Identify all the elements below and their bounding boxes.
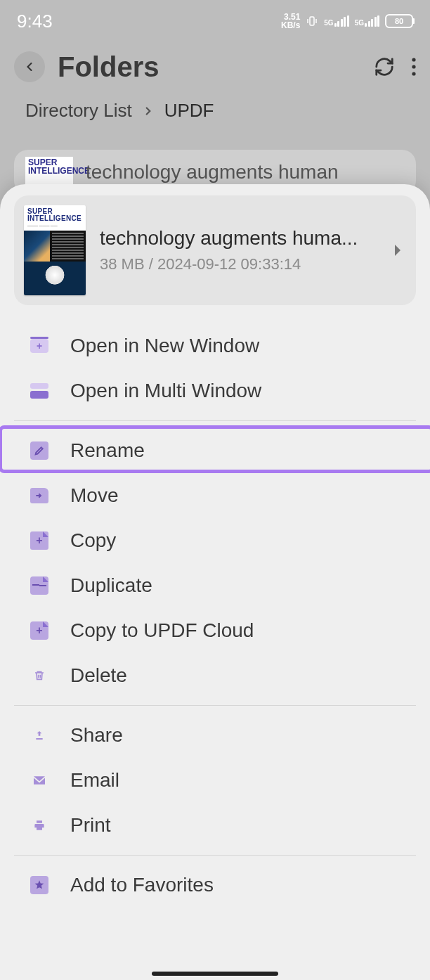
menu-move[interactable]: Move xyxy=(0,473,430,518)
menu-open-multi-window[interactable]: Open in Multi Window xyxy=(0,368,430,413)
home-indicator xyxy=(152,972,278,976)
svg-point-3 xyxy=(412,72,415,75)
signal-bars-1 xyxy=(334,15,349,27)
folder-arrow-icon xyxy=(30,488,48,503)
copy-file-icon: + xyxy=(30,531,48,550)
menu-add-favorites[interactable]: Add to Favorites xyxy=(0,863,430,908)
background-file-title: technology augments human xyxy=(86,161,339,183)
file-thumbnail: SUPER INTELLIGENCE ——— ——— —— xyxy=(24,205,86,295)
svg-point-1 xyxy=(412,58,415,61)
file-name: technology augments huma... xyxy=(100,227,379,250)
star-icon xyxy=(30,876,48,894)
net-speed-unit: KB/s xyxy=(281,21,300,30)
svg-rect-0 xyxy=(310,17,314,25)
breadcrumb: Directory List UPDF xyxy=(0,91,430,133)
menu-item-label: Delete xyxy=(70,664,127,687)
menu-item-label: Duplicate xyxy=(70,574,152,597)
menu-item-label: Email xyxy=(70,769,119,792)
svg-point-2 xyxy=(412,65,415,68)
menu-share[interactable]: Share xyxy=(0,713,430,758)
file-header[interactable]: SUPER INTELLIGENCE ——— ——— —— technology… xyxy=(14,195,416,305)
chevron-left-icon xyxy=(22,60,37,74)
menu-group-file-ops: Rename Move + Copy Duplicate + Copy to U… xyxy=(0,424,430,702)
menu-duplicate[interactable]: Duplicate xyxy=(0,563,430,608)
breadcrumb-current: UPDF xyxy=(164,100,214,122)
app-header: Folders xyxy=(0,42,430,91)
menu-copy-to-cloud[interactable]: + Copy to UPDF Cloud xyxy=(0,608,430,653)
trash-icon xyxy=(30,666,48,685)
battery-indicator: 80 xyxy=(385,14,413,28)
multi-window-icon xyxy=(30,382,48,400)
menu-item-label: Open in Multi Window xyxy=(70,380,261,402)
share-icon xyxy=(30,726,48,744)
status-bar: 9:43 3.51 KB/s 5G 5G 80 xyxy=(0,0,430,42)
status-right: 3.51 KB/s 5G 5G 80 xyxy=(281,13,413,30)
divider xyxy=(14,855,416,856)
menu-rename[interactable]: Rename xyxy=(0,428,430,473)
network-label-2: 5G xyxy=(355,19,364,27)
page-title: Folders xyxy=(58,51,361,83)
duplicate-file-icon xyxy=(30,576,48,595)
more-icon[interactable] xyxy=(412,58,416,76)
menu-group-favorites: Add to Favorites xyxy=(0,858,430,912)
print-icon xyxy=(30,816,48,834)
menu-copy[interactable]: + Copy xyxy=(0,518,430,563)
refresh-icon[interactable] xyxy=(374,56,395,77)
breadcrumb-root[interactable]: Directory List xyxy=(25,100,132,122)
network-label-1: 5G xyxy=(324,19,333,27)
divider xyxy=(14,420,416,421)
email-icon xyxy=(30,771,48,789)
signal-bars-2 xyxy=(365,15,379,27)
menu-item-label: Print xyxy=(70,814,111,837)
new-window-icon: + xyxy=(30,339,48,353)
menu-item-label: Share xyxy=(70,724,123,747)
caret-right-icon xyxy=(393,245,402,256)
divider xyxy=(14,705,416,706)
menu-item-label: Add to Favorites xyxy=(70,874,214,896)
menu-item-label: Open in New Window xyxy=(70,335,259,357)
menu-item-label: Move xyxy=(70,484,118,507)
menu-open-new-window[interactable]: + Open in New Window xyxy=(0,323,430,368)
pencil-icon xyxy=(30,441,48,460)
chevron-right-icon xyxy=(142,105,155,117)
cloud-file-icon: + xyxy=(30,621,48,640)
menu-print[interactable]: Print xyxy=(0,803,430,848)
context-menu-sheet: SUPER INTELLIGENCE ——— ——— —— technology… xyxy=(0,184,430,980)
menu-group-share: Share Email Print xyxy=(0,709,430,852)
file-meta: 38 MB / 2024-09-12 09:33:14 xyxy=(100,255,379,273)
menu-item-label: Copy to UPDF Cloud xyxy=(70,619,254,642)
status-time: 9:43 xyxy=(17,11,53,32)
menu-item-label: Rename xyxy=(70,439,145,462)
background-thumb: SUPER INTELLIGENCE xyxy=(25,157,73,188)
menu-group-open: + Open in New Window Open in Multi Windo… xyxy=(0,319,430,418)
menu-email[interactable]: Email xyxy=(0,758,430,803)
menu-delete[interactable]: Delete xyxy=(0,653,430,698)
menu-item-label: Copy xyxy=(70,529,116,552)
back-button[interactable] xyxy=(14,51,45,82)
vibrate-icon xyxy=(306,15,318,27)
